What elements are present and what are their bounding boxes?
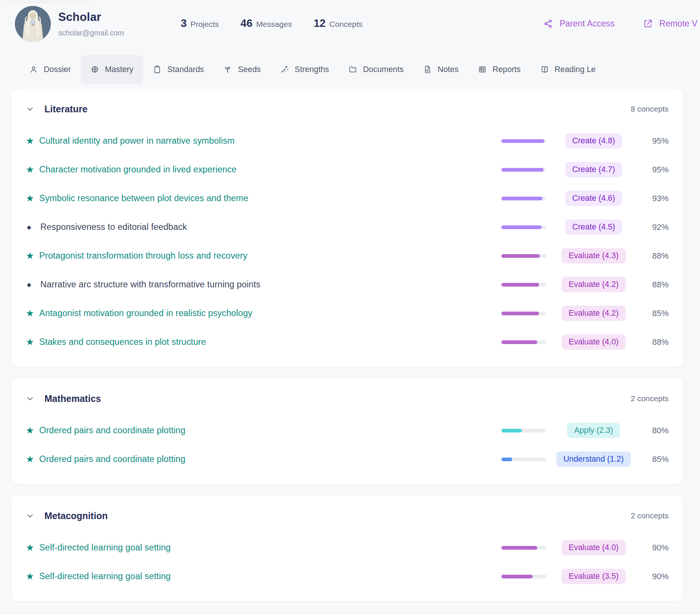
mastery-percent: 85% (638, 309, 669, 318)
mastery-percent: 93% (638, 194, 669, 203)
diamond-icon: ◆ (26, 224, 40, 231)
concept-title[interactable]: Cultural identity and power in narrative… (39, 136, 501, 146)
level-progress-bar (501, 139, 546, 143)
header-actions: Parent Access Remote V (543, 19, 697, 29)
mastery-percent: 88% (638, 337, 669, 347)
tab-standards[interactable]: Standards (143, 55, 214, 84)
file-text-icon (423, 65, 432, 74)
mastery-percent: 85% (638, 455, 669, 464)
section-literature: Literature 8 concepts ★ Cultural identit… (11, 88, 683, 367)
tab-mastery[interactable]: Mastery (81, 55, 143, 84)
parent-access-button[interactable]: Parent Access (543, 19, 615, 29)
level-badge: Create (4.8) (565, 133, 622, 149)
tab-reading-le[interactable]: Reading Le (531, 55, 606, 84)
level-badge: Create (4.5) (565, 219, 622, 235)
concept-title[interactable]: Stakes and consequences in plot structur… (39, 337, 501, 347)
concept-row[interactable]: ★ Character motivation grounded in lived… (26, 155, 669, 184)
concept-title[interactable]: Symbolic resonance between plot devices … (39, 193, 501, 203)
profile-header: Scholar scholar@gmail.com 3 Projects 46 … (0, 0, 700, 49)
stat-label: Projects (190, 20, 219, 29)
star-icon: ★ (26, 454, 39, 465)
mastery-percent: 90% (638, 572, 669, 581)
level-badge: Create (4.7) (565, 162, 622, 177)
tab-label: Standards (167, 65, 204, 74)
share-nodes-icon (543, 19, 553, 29)
level-progress-bar (501, 429, 546, 433)
chevron-down-icon[interactable] (26, 394, 34, 403)
concept-title[interactable]: Self-directed learning goal setting (39, 571, 501, 581)
tab-label: Mastery (105, 65, 133, 74)
tab-label: Reports (492, 65, 520, 74)
profile-stats: 3 Projects 46 Messages 12 Concepts (181, 17, 363, 29)
concept-row[interactable]: ★ Stakes and consequences in plot struct… (26, 328, 669, 356)
tab-bar: Dossier Mastery Standards Seeds Strength… (19, 51, 700, 88)
folder-icon (348, 65, 357, 74)
concept-row[interactable]: ◆ Narrative arc structure with transform… (26, 270, 669, 299)
mastery-percent: 80% (638, 426, 669, 436)
user-name: Scholar (58, 10, 124, 24)
tab-label: Dossier (44, 65, 71, 74)
section-title: Mathematics (44, 393, 101, 404)
tab-label: Notes (438, 65, 458, 74)
star-icon: ★ (26, 193, 39, 204)
star-icon: ★ (26, 250, 39, 261)
level-badge: Evaluate (4.2) (561, 277, 626, 292)
tab-notes[interactable]: Notes (413, 55, 468, 84)
concept-count: 8 concepts (631, 104, 669, 113)
concept-title[interactable]: Ordered pairs and coordinate plotting (39, 425, 501, 436)
level-progress-bar (501, 254, 546, 258)
concept-title[interactable]: Protagonist transformation through loss … (39, 251, 501, 261)
concept-row[interactable]: ★ Protagonist transformation through los… (26, 241, 669, 270)
person-icon (29, 65, 38, 74)
mastery-sections: Literature 8 concepts ★ Cultural identit… (0, 88, 700, 602)
user-email: scholar@gmail.com (58, 29, 124, 37)
star-icon: ★ (26, 425, 39, 436)
action-label: Remote V (659, 19, 697, 29)
chevron-down-icon[interactable] (26, 105, 34, 113)
concept-row[interactable]: ★ Antagonist motivation grounded in real… (26, 299, 669, 328)
remote-v-button[interactable]: Remote V (643, 19, 697, 29)
concept-row[interactable]: ★ Symbolic resonance between plot device… (26, 184, 669, 213)
avatar (15, 6, 51, 42)
concept-title[interactable]: Self-directed learning goal setting (39, 543, 501, 553)
concept-row[interactable]: ★ Cultural identity and power in narrati… (26, 127, 669, 155)
section-title: Literature (44, 104, 87, 115)
level-progress-bar (501, 283, 546, 287)
report-icon (478, 65, 487, 74)
level-badge: Evaluate (3.5) (561, 569, 626, 584)
concept-row[interactable]: ◆ Responsiveness to editorial feedback C… (26, 213, 669, 241)
tab-label: Strengths (295, 65, 329, 74)
concept-row[interactable]: ★ Self-directed learning goal setting Ev… (26, 562, 669, 591)
level-badge: Apply (2.3) (567, 423, 620, 438)
concept-title[interactable]: Ordered pairs and coordinate plotting (39, 454, 501, 464)
star-icon: ★ (26, 164, 39, 175)
stat-label: Messages (256, 20, 292, 29)
chevron-down-icon[interactable] (26, 512, 34, 520)
concept-row[interactable]: ★ Ordered pairs and coordinate plotting … (26, 416, 669, 445)
concept-row[interactable]: ★ Ordered pairs and coordinate plotting … (26, 445, 669, 474)
book-open-icon (540, 65, 549, 74)
concept-title[interactable]: Narrative arc structure with transformat… (40, 280, 501, 290)
level-badge: Evaluate (4.2) (561, 306, 626, 321)
avatar-illustration (15, 6, 51, 42)
level-progress-bar (501, 312, 546, 315)
tab-reports[interactable]: Reports (468, 55, 530, 84)
concept-title[interactable]: Character motivation grounded in lived e… (39, 165, 501, 175)
concept-count: 2 concepts (631, 511, 669, 520)
level-badge: Evaluate (4.3) (561, 248, 626, 263)
concept-rows: ★ Cultural identity and power in narrati… (26, 127, 669, 356)
tab-dossier[interactable]: Dossier (19, 55, 81, 84)
star-icon: ★ (26, 571, 39, 582)
level-badge: Create (4.6) (565, 191, 622, 206)
stat-value: 12 (314, 17, 326, 29)
stat-messages: 46 Messages (240, 17, 292, 29)
concept-row[interactable]: ★ Self-directed learning goal setting Ev… (26, 533, 669, 562)
tab-seeds[interactable]: Seeds (214, 55, 270, 84)
tab-label: Reading Le (555, 65, 596, 74)
tab-strengths[interactable]: Strengths (270, 55, 339, 84)
tab-documents[interactable]: Documents (339, 55, 413, 84)
concept-title[interactable]: Responsiveness to editorial feedback (40, 222, 501, 232)
level-progress-bar (501, 225, 546, 229)
section-header: Literature 8 concepts (26, 101, 669, 117)
concept-title[interactable]: Antagonist motivation grounded in realis… (39, 308, 501, 318)
